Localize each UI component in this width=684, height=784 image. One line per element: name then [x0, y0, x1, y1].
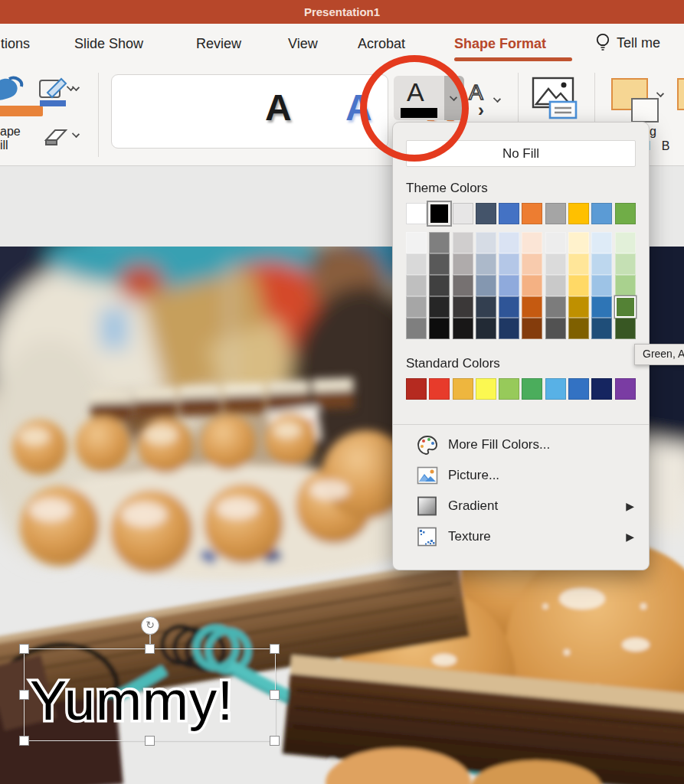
theme-color-variant-swatch[interactable]	[591, 253, 612, 275]
theme-color-swatch[interactable]	[591, 203, 612, 224]
text-outline-button[interactable]: A	[469, 80, 483, 105]
theme-color-variant-swatch[interactable]	[429, 253, 450, 275]
standard-color-swatch[interactable]	[522, 378, 542, 400]
rotation-handle[interactable]: ↻	[141, 616, 159, 635]
shape-fill-icon[interactable]	[0, 74, 28, 106]
tell-me-control[interactable]: Tell me	[595, 33, 660, 53]
theme-color-variant-swatch[interactable]	[615, 275, 636, 296]
theme-color-variant-swatch[interactable]	[476, 296, 496, 318]
theme-color-variant-swatch[interactable]	[591, 318, 612, 339]
theme-color-swatch[interactable]	[499, 203, 519, 224]
text-fill-main[interactable]: A	[394, 76, 444, 120]
standard-color-swatch[interactable]	[615, 378, 636, 400]
theme-color-variant-swatch[interactable]	[568, 318, 589, 339]
theme-color-variant-swatch[interactable]	[476, 275, 496, 296]
theme-color-swatch[interactable]	[568, 203, 589, 224]
standard-color-swatch[interactable]	[591, 378, 612, 400]
chevron-down-icon[interactable]	[656, 90, 664, 97]
selection-handle-sw[interactable]	[19, 736, 29, 746]
theme-color-variant-swatch[interactable]	[568, 232, 589, 253]
theme-color-swatch[interactable]	[453, 203, 473, 224]
theme-color-variant-swatch[interactable]	[499, 275, 519, 296]
theme-color-variant-swatch[interactable]	[568, 253, 589, 275]
theme-color-variant-swatch[interactable]	[453, 253, 473, 275]
theme-color-variant-swatch[interactable]	[545, 253, 566, 275]
theme-color-variant-swatch[interactable]	[429, 232, 450, 253]
theme-color-variant-swatch[interactable]	[615, 296, 636, 318]
selection-handle-s[interactable]	[145, 736, 155, 746]
standard-color-swatch[interactable]	[568, 378, 589, 400]
theme-color-swatch[interactable]	[615, 203, 636, 224]
tab-acrobat[interactable]: Acrobat	[358, 36, 405, 52]
theme-color-variant-swatch[interactable]	[453, 318, 473, 339]
theme-color-swatch[interactable]	[545, 203, 566, 224]
theme-color-variant-swatch[interactable]	[545, 296, 566, 318]
chevron-down-icon[interactable]	[493, 95, 501, 103]
theme-color-variant-swatch[interactable]	[406, 275, 427, 296]
tab-transitions-cropped[interactable]: tions	[1, 36, 30, 52]
theme-color-variant-swatch[interactable]	[406, 253, 427, 275]
theme-color-variant-swatch[interactable]	[591, 275, 612, 296]
theme-color-variant-swatch[interactable]	[499, 296, 519, 318]
theme-color-variant-swatch[interactable]	[522, 232, 542, 253]
theme-color-variant-swatch[interactable]	[499, 253, 519, 275]
theme-color-variant-swatch[interactable]	[522, 253, 542, 275]
chevron-down-icon[interactable]	[72, 83, 80, 91]
text-fill-button[interactable]: A	[394, 76, 464, 120]
standard-color-swatch[interactable]	[476, 378, 496, 400]
eraser-icon[interactable]	[43, 126, 69, 148]
text-fill-dropdown-arrow[interactable]	[444, 76, 464, 120]
theme-color-variant-swatch[interactable]	[545, 232, 566, 253]
selection-handle-ne[interactable]	[270, 644, 280, 654]
theme-color-variant-swatch[interactable]	[429, 275, 450, 296]
theme-color-variant-swatch[interactable]	[591, 296, 612, 318]
theme-color-variant-swatch[interactable]	[591, 232, 612, 253]
theme-color-variant-swatch[interactable]	[476, 318, 496, 339]
theme-color-variant-swatch[interactable]	[429, 296, 450, 318]
theme-color-variant-swatch[interactable]	[476, 253, 496, 275]
tab-review[interactable]: Review	[196, 36, 241, 52]
no-fill-button[interactable]: No Fill	[406, 140, 636, 167]
selection-handle-nw[interactable]	[19, 644, 29, 654]
theme-color-variant-swatch[interactable]	[499, 318, 519, 339]
theme-color-variant-swatch[interactable]	[522, 296, 542, 318]
standard-color-swatch[interactable]	[499, 378, 519, 400]
standard-color-swatch[interactable]	[406, 378, 427, 400]
tab-shape-format[interactable]: Shape Format	[454, 36, 546, 52]
selection-handle-n[interactable]	[145, 644, 155, 654]
theme-color-swatch[interactable]	[476, 203, 496, 224]
theme-color-variant-swatch[interactable]	[522, 318, 542, 339]
wordart-style-black[interactable]: A	[265, 90, 292, 126]
theme-color-variant-swatch[interactable]	[453, 232, 473, 253]
theme-color-variant-swatch[interactable]	[499, 232, 519, 253]
menu-item-gradient[interactable]: Gradient ▶	[406, 491, 636, 521]
shape-outline-icon[interactable]	[38, 77, 69, 106]
chevron-down-icon[interactable]	[72, 130, 80, 138]
theme-color-variant-swatch[interactable]	[406, 318, 427, 339]
theme-color-variant-swatch[interactable]	[406, 296, 427, 318]
theme-color-variant-swatch[interactable]	[453, 296, 473, 318]
selection-handle-se[interactable]	[270, 736, 280, 746]
theme-color-variant-swatch[interactable]	[615, 253, 636, 275]
theme-color-variant-swatch[interactable]	[615, 318, 636, 339]
menu-item-more-fill-colors[interactable]: More Fill Colors...	[406, 430, 636, 460]
selection-handle-e[interactable]	[270, 690, 280, 700]
send-backward-icon-cropped[interactable]	[677, 78, 684, 110]
menu-item-picture[interactable]: Picture...	[406, 460, 636, 491]
theme-color-variant-swatch[interactable]	[545, 318, 566, 339]
standard-color-swatch[interactable]	[429, 378, 450, 400]
theme-color-swatch[interactable]	[429, 203, 450, 224]
standard-color-swatch[interactable]	[545, 378, 566, 400]
tab-view[interactable]: View	[288, 36, 318, 52]
theme-color-variant-swatch[interactable]	[429, 318, 450, 339]
selection-handle-w[interactable]	[19, 690, 29, 700]
theme-color-swatch[interactable]	[522, 203, 542, 224]
theme-color-variant-swatch[interactable]	[522, 275, 542, 296]
theme-color-variant-swatch[interactable]	[545, 275, 566, 296]
theme-color-variant-swatch[interactable]	[568, 296, 589, 318]
theme-color-variant-swatch[interactable]	[476, 232, 496, 253]
theme-color-variant-swatch[interactable]	[615, 232, 636, 253]
theme-color-variant-swatch[interactable]	[453, 275, 473, 296]
alt-text-button[interactable]	[530, 77, 579, 119]
theme-color-variant-swatch[interactable]	[568, 275, 589, 296]
